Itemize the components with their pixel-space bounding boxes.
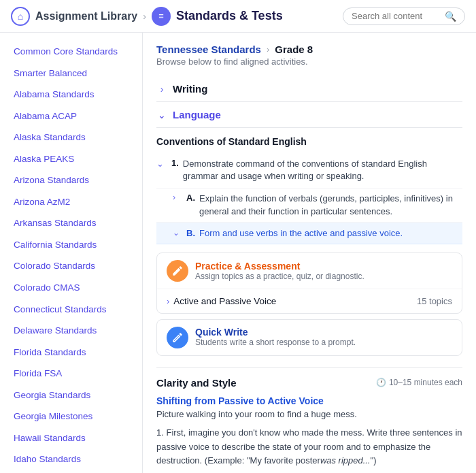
sidebar-item-hawaii[interactable]: Hawaii Standards (0, 427, 142, 449)
quickwrite-text: Quick Write Students write a short respo… (195, 327, 356, 347)
practice-row-label: Active and Passive Voice (173, 296, 413, 306)
activity-intro: Picture walking into your room to find a… (156, 409, 462, 419)
pen-icon (171, 331, 184, 344)
practice-row-count: 15 topics (417, 296, 452, 306)
sidebar-item-california[interactable]: California Standards (0, 234, 142, 256)
quickwrite-title: Quick Write (195, 327, 356, 338)
breadcrumb-grade: Grade 8 (275, 44, 313, 55)
sidebar-item-florida[interactable]: Florida Standards (0, 342, 142, 363)
search-icon: 🔍 (445, 11, 456, 22)
sidebar-item-florida-fsa[interactable]: Florida FSA (0, 363, 142, 385)
clarity-title: Clarity and Style (156, 377, 237, 389)
standards-icon: ≡ (152, 7, 171, 26)
main-layout: Common Core Standards Smarter Balanced A… (0, 33, 476, 473)
chevron-right-icon-practice: › (167, 296, 169, 306)
breadcrumb-state[interactable]: Tennessee Standards (156, 44, 261, 55)
home-icon[interactable]: ⌂ (11, 7, 30, 26)
clarity-time: 🕐 10–15 minutes each (376, 378, 462, 387)
practice-text: Practice & Assessment Assign topics as a… (195, 261, 364, 281)
standard-1-text: Demonstrate command of the conventions o… (183, 158, 462, 182)
standards-tests-label: Standards & Tests (176, 9, 283, 23)
section-language-label: Language (173, 109, 221, 120)
conventions-header: Conventions of Standard English (156, 128, 462, 152)
clarity-section: Clarity and Style 🕐 10–15 minutes each S… (156, 367, 462, 473)
chevron-down-icon-b: ⌄ (173, 228, 182, 238)
sidebar-item-delaware[interactable]: Delaware Standards (0, 320, 142, 342)
section-language[interactable]: ⌄ Language (156, 102, 462, 128)
search-input[interactable] (352, 11, 441, 21)
quickwrite-sub: Students write a short response to a pro… (195, 338, 356, 347)
practice-assessment-block: Practice & Assessment Assign topics as a… (156, 252, 462, 314)
sidebar-item-alaska-peaks[interactable]: Alaska PEAKS (0, 148, 142, 170)
sidebar: Common Core Standards Smarter Balanced A… (0, 33, 143, 473)
breadcrumb-arrow: › (267, 44, 269, 54)
sidebar-item-georgia[interactable]: Georgia Standards (0, 385, 142, 406)
sub-b-text: Form and use verbs in the active and pas… (199, 228, 403, 238)
sidebar-item-colorado-cmas[interactable]: Colorado CMAS (0, 277, 142, 299)
pencil-icon (171, 265, 184, 277)
content-area: Tennessee Standards › Grade 8 Browse bel… (143, 33, 476, 473)
section-writing[interactable]: › Writing (156, 76, 462, 102)
sidebar-item-idaho[interactable]: Idaho Standards (0, 448, 142, 470)
practice-icon (167, 260, 188, 282)
standard-1-num: 1. (171, 158, 179, 168)
activity-title: Shifting from Passive to Active Voice (156, 395, 462, 406)
quickwrite-icon (167, 327, 188, 348)
sidebar-item-colorado[interactable]: Colorado Standards (0, 255, 142, 277)
sub-a-label: A. (186, 193, 195, 203)
clock-icon: 🕐 (376, 378, 386, 387)
sub-b-label: B. (186, 228, 195, 238)
sidebar-item-arkansas[interactable]: Arkansas Standards (0, 212, 142, 234)
breadcrumb: Tennessee Standards › Grade 8 (156, 44, 462, 55)
sidebar-item-arizona[interactable]: Arizona Standards (0, 169, 142, 191)
sub-standard-b[interactable]: ⌄ B. Form and use verbs in the active an… (156, 223, 462, 244)
clarity-header: Clarity and Style 🕐 10–15 minutes each (156, 377, 462, 389)
assignment-library-label[interactable]: Assignment Library (35, 10, 137, 22)
app-header: ⌂ Assignment Library › ≡ Standards & Tes… (0, 0, 476, 33)
sub-standard-a[interactable]: › A. Explain the function of verbals (ge… (156, 189, 462, 222)
chevron-down-icon-1: ⌄ (156, 159, 167, 169)
sidebar-item-georgia-milestones[interactable]: Georgia Milestones (0, 406, 142, 427)
sidebar-item-common-core[interactable]: Common Core Standards (0, 41, 142, 63)
breadcrumb-subtitle: Browse below to find aligned activities. (156, 56, 462, 67)
chevron-right-icon: › (156, 84, 167, 95)
sidebar-item-alabama[interactable]: Alabama Standards (0, 84, 142, 105)
chevron-down-icon: ⌄ (156, 110, 167, 120)
section-writing-label: Writing (173, 83, 207, 95)
practice-row[interactable]: › Active and Passive Voice 15 topics (157, 289, 462, 313)
breadcrumb-chevron: › (143, 11, 146, 22)
sub-a-text: Explain the function of verbals (gerunds… (199, 193, 462, 217)
sidebar-item-alabama-acap[interactable]: Alabama ACAP (0, 105, 142, 127)
sidebar-item-connecticut[interactable]: Connecticut Standards (0, 299, 142, 321)
sidebar-item-smarter-balanced[interactable]: Smarter Balanced (0, 63, 142, 84)
practice-title: Practice & Assessment (195, 261, 364, 272)
practice-sub: Assign topics as a practice, quiz, or di… (195, 272, 364, 281)
activity-paragraph-1: 1. First, imagine you don't know who mad… (156, 426, 462, 468)
standard-1[interactable]: ⌄ 1. Demonstrate command of the conventi… (156, 152, 462, 189)
quickwrite-block: Quick Write Students write a short respo… (156, 319, 462, 356)
sidebar-item-arizona-azm2[interactable]: Arizona AzM2 (0, 191, 142, 213)
search-box[interactable]: 🔍 (343, 7, 465, 25)
practice-header: Practice & Assessment Assign topics as a… (157, 253, 462, 289)
chevron-right-icon-a: › (173, 193, 182, 202)
sidebar-item-alaska[interactable]: Alaska Standards (0, 127, 142, 148)
